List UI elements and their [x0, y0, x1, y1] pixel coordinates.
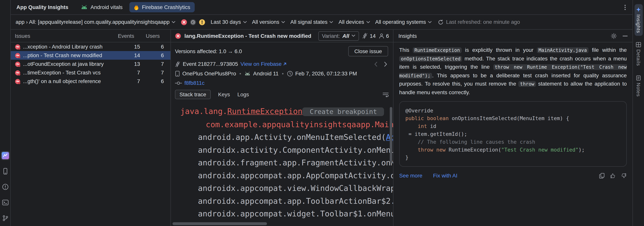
tab-android-vitals[interactable]: Android vitals	[76, 2, 127, 13]
stripe-label: Notes	[636, 82, 641, 96]
issues-table-header: Issues Events Users	[11, 30, 170, 42]
event-id-text: Event 218277...973805	[183, 61, 238, 67]
tab-logs[interactable]: Logs	[238, 91, 249, 97]
right-tool-stripe: Insights Details Notes	[632, 0, 644, 226]
tab-keys[interactable]: Keys	[218, 91, 230, 97]
refresh-icon[interactable]	[438, 19, 444, 25]
issue-row[interactable]: ...gth()' on a null object reference 7 6	[11, 77, 170, 86]
tool-window-header: App Quality Insights Android vitals Fire…	[11, 0, 632, 15]
scope-label: app › All: [appqualityrelease] com.quali…	[16, 19, 170, 25]
timestamp-text: Feb 7, 2026, 07:12:33 PM	[295, 70, 357, 77]
filter-signal-states[interactable]: All signal states	[290, 19, 333, 25]
details-grid-icon	[636, 42, 641, 48]
fix-with-ai-link[interactable]: Fix with AI	[433, 172, 457, 179]
stripe-details-button[interactable]: Details	[634, 39, 643, 69]
fatal-crash-icon	[175, 33, 181, 39]
chevron-down-icon	[352, 35, 355, 37]
filter-label: All versions	[252, 19, 279, 25]
event-count-badge: 14	[362, 33, 376, 39]
issue-users-count: 6	[146, 52, 170, 58]
thumbs-down-icon[interactable]	[621, 173, 627, 178]
thumbs-up-icon[interactable]	[610, 173, 616, 178]
chevron-down-icon	[428, 21, 432, 23]
stripe-label: Details	[636, 50, 641, 66]
issue-row[interactable]: ...xception - Android Library crash 15 6	[11, 42, 170, 51]
horizontal-scrollbar-thumb[interactable]	[172, 222, 267, 225]
os-version-text: Android 11	[253, 70, 278, 77]
tab-label: Firebase Crashlytics	[142, 4, 190, 10]
issue-events-count: 15	[118, 44, 146, 50]
version-control-stripe-button[interactable]	[0, 213, 10, 222]
non-fatal-signal-icon[interactable]	[199, 19, 205, 25]
filter-label: All operating systems	[375, 19, 426, 25]
column-events: Events	[118, 33, 146, 39]
issue-detail-title: lang.RuntimeException - Test Crash new m…	[184, 33, 311, 39]
tool-window-options-kebab-icon[interactable]	[622, 3, 628, 12]
separator-dot: •	[238, 70, 242, 77]
problems-icon	[2, 184, 8, 190]
insights-sparkle-icon	[636, 7, 641, 12]
filter-devices[interactable]: All devices	[339, 19, 370, 25]
stripe-label: Insights	[636, 14, 641, 33]
soft-wrap-icon[interactable]	[382, 92, 389, 97]
insights-hide-icon[interactable]	[622, 35, 628, 36]
issue-row-selected[interactable]: ...ption - Test Crash new modified 14 6	[11, 51, 170, 60]
variant-label: Variant:	[322, 33, 340, 39]
filter-versions[interactable]: All versions	[252, 19, 285, 25]
previous-event-chevron-icon[interactable]	[374, 62, 377, 67]
tab-stack-trace[interactable]: Stack trace	[175, 90, 211, 99]
user-count-badge: 6	[379, 33, 389, 39]
issue-detail-panel: lang.RuntimeException - Test Crash new m…	[171, 30, 394, 226]
view-on-firebase-link[interactable]: View on Firebase	[240, 61, 286, 67]
android-os-icon	[244, 71, 250, 75]
filter-time-range[interactable]: Last 30 days	[210, 19, 246, 25]
variant-value: All	[342, 33, 350, 39]
chevron-down-icon	[282, 21, 285, 23]
issues-panel: Issues Events Users ...xception - Androi…	[11, 30, 171, 226]
issue-row[interactable]: ...timeException - Test Crash vcs 7 7	[11, 68, 170, 77]
terminal-stripe-button[interactable]	[0, 198, 10, 207]
issue-events-count: 7	[118, 70, 146, 76]
column-users: Users	[146, 33, 170, 39]
device-manager-icon	[2, 168, 8, 174]
stripe-notes-button[interactable]: Notes	[634, 72, 643, 99]
last-refreshed-text: Last refreshed: one minute ago	[446, 19, 520, 25]
notes-document-icon	[636, 75, 641, 81]
firebase-flame-icon	[134, 4, 139, 10]
close-issue-button[interactable]: Close issue	[348, 46, 388, 56]
crash-issue-icon	[15, 70, 20, 76]
filter-label: All devices	[339, 19, 364, 25]
separator-dot: •	[281, 70, 284, 77]
problems-stripe-button[interactable]	[0, 182, 10, 191]
anr-signal-icon[interactable]	[190, 19, 196, 25]
insights-header-title: Insights	[398, 33, 417, 39]
commit-hash-link[interactable]: f8fb811c	[184, 80, 204, 86]
filter-label: Last 30 days	[210, 19, 241, 25]
issue-title: ...timeException - Test Crash vcs	[23, 70, 101, 76]
stripe-insights-button[interactable]: Insights	[634, 4, 643, 36]
chevron-down-icon	[243, 21, 246, 23]
variant-dropdown[interactable]: Variant: All	[318, 31, 359, 41]
clock-icon	[287, 71, 293, 76]
issue-row[interactable]: ...otFoundException at java library 13 7	[11, 60, 170, 68]
issue-title: ...gth()' on a null object reference	[23, 78, 101, 84]
app-quality-insights-icon	[2, 152, 9, 159]
crash-issue-icon	[15, 61, 20, 67]
device-manager-stripe-button[interactable]	[0, 167, 10, 176]
app-quality-insights-stripe-button[interactable]	[0, 151, 10, 160]
left-tool-stripe	[0, 0, 11, 226]
crash-issue-icon	[15, 53, 20, 58]
filter-operating-systems[interactable]: All operating systems	[375, 19, 432, 25]
stack-trace[interactable]: java.lang.RuntimeException Create breakp…	[171, 102, 393, 226]
insights-settings-gear-icon[interactable]	[611, 33, 617, 39]
tab-firebase-crashlytics[interactable]: Firebase Crashlytics	[130, 2, 195, 13]
scope-selector[interactable]: app › All: [appqualityrelease] com.quali…	[16, 19, 175, 25]
column-issues: Issues	[15, 33, 118, 39]
crash-issue-icon	[15, 78, 20, 84]
copy-icon[interactable]	[599, 173, 604, 178]
see-more-link[interactable]: See more	[399, 172, 422, 179]
fatal-signal-icon[interactable]	[181, 19, 187, 25]
insights-code-block: @Overridepublic boolean onOptionsItemSel…	[399, 101, 627, 167]
next-event-chevron-icon[interactable]	[384, 62, 387, 67]
vertical-scrollbar-thumb[interactable]	[390, 107, 392, 163]
